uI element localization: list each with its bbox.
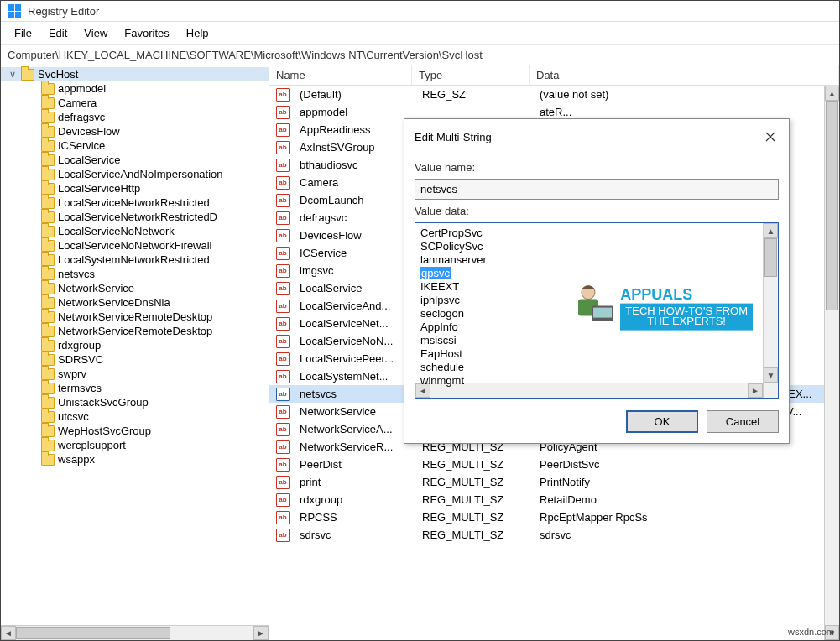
column-header-type[interactable]: Type: [412, 65, 530, 85]
folder-icon: [21, 69, 34, 81]
tree-node-label: LocalServiceHttp: [58, 182, 140, 195]
folder-icon: [41, 169, 55, 180]
folder-icon: [41, 154, 55, 166]
window-title: Registry Editor: [28, 5, 99, 18]
tree-node[interactable]: ICService: [1, 138, 269, 153]
list-row[interactable]: absdrsvcREG_MULTI_SZsdrsvc: [269, 526, 839, 544]
column-header-data[interactable]: Data: [530, 65, 839, 85]
list-vertical-scrollbar[interactable]: ▲ ▼: [824, 86, 839, 640]
cell-name: DcomLaunch: [293, 193, 415, 207]
list-row[interactable]: ab(Default)REG_SZ(value not set): [269, 86, 839, 103]
scroll-track[interactable]: [825, 101, 839, 625]
reg-value-icon: ab: [276, 405, 290, 419]
tree[interactable]: ∨SvcHostappmodelCameradefragsvcDevicesFl…: [1, 65, 269, 625]
value-name-input[interactable]: [415, 179, 779, 200]
tree-node[interactable]: LocalServiceNoNetwork: [1, 224, 269, 238]
scroll-thumb[interactable]: [826, 101, 838, 310]
tree-node-label: WepHostSvcGroup: [58, 425, 151, 437]
close-icon[interactable]: [757, 126, 784, 148]
tree-node[interactable]: SDRSVC: [1, 352, 269, 367]
tree-node-label: utcsvc: [58, 410, 89, 423]
reg-value-icon: ab: [276, 440, 290, 454]
folder-icon: [41, 183, 55, 195]
tree-node[interactable]: defragsvc: [1, 110, 269, 124]
dialog-title: Edit Multi-String: [415, 131, 492, 143]
reg-value-icon: ab: [276, 106, 290, 119]
menu-file[interactable]: File: [8, 25, 39, 41]
menu-favorites[interactable]: Favorites: [117, 25, 175, 41]
scroll-right-icon[interactable]: ►: [253, 626, 269, 640]
tree-node[interactable]: rdxgroup: [1, 338, 269, 352]
tree-horizontal-scrollbar[interactable]: ◄ ►: [1, 625, 269, 640]
tree-node[interactable]: NetworkService: [1, 281, 269, 295]
reg-value-icon: ab: [276, 476, 290, 489]
tree-node[interactable]: Camera: [1, 96, 269, 110]
cell-data: PeerDistSvc: [533, 457, 839, 472]
cell-name: DevicesFlow: [293, 228, 415, 242]
tree-node[interactable]: NetworkServiceRemoteDesktop: [1, 310, 269, 324]
list-row[interactable]: abrdxgroupREG_MULTI_SZRetailDemo: [269, 491, 839, 508]
menu-view[interactable]: View: [77, 25, 114, 41]
tree-node-label: defragsvc: [58, 111, 105, 123]
reg-value-icon: ab: [276, 229, 290, 242]
column-header-name[interactable]: Name: [269, 65, 412, 85]
reg-value-icon: ab: [276, 300, 290, 313]
tree-node-label: LocalSystemNetworkRestricted: [58, 253, 210, 266]
folder-icon: [41, 397, 55, 409]
ok-button[interactable]: OK: [626, 410, 698, 433]
cancel-button[interactable]: Cancel: [707, 410, 779, 433]
tree-node[interactable]: termsvcs: [1, 381, 269, 395]
cell-name: AxInstSVGroup: [293, 140, 415, 154]
cell-name: NetworkServiceA...: [293, 422, 415, 436]
tree-node[interactable]: LocalServiceNetworkRestrictedD: [1, 210, 269, 224]
tree-node[interactable]: NetworkServiceRemoteDesktop: [1, 324, 269, 338]
tree-node[interactable]: LocalServiceNetworkRestricted: [1, 195, 269, 210]
value-name-label: Value name:: [415, 161, 779, 174]
reg-value-icon: ab: [276, 159, 290, 172]
tree-node-label: SDRSVC: [58, 353, 103, 366]
tree-node[interactable]: LocalServiceAndNoImpersonation: [1, 167, 269, 181]
scroll-track[interactable]: [16, 626, 253, 640]
tree-node[interactable]: wercplsupport: [1, 438, 269, 452]
tree-node-label: wercplsupport: [58, 439, 126, 451]
tree-node[interactable]: LocalService: [1, 153, 269, 167]
tree-node-label: LocalService: [58, 154, 120, 166]
tree-node[interactable]: NetworkServiceDnsNla: [1, 295, 269, 310]
tree-node[interactable]: wsappx: [1, 452, 269, 466]
tree-node-selected[interactable]: ∨SvcHost: [1, 67, 269, 81]
tree-node[interactable]: utcsvc: [1, 409, 269, 424]
list-row[interactable]: abPeerDistREG_MULTI_SZPeerDistSvc: [269, 456, 839, 473]
scroll-left-icon[interactable]: ◄: [1, 626, 16, 640]
chevron-down-icon[interactable]: ∨: [8, 69, 18, 80]
tree-node[interactable]: DevicesFlow: [1, 124, 269, 138]
tree-node[interactable]: swprv: [1, 367, 269, 381]
value-data-lines-before: CertPropSvc SCPolicySvc lanmanserver: [420, 227, 487, 266]
cell-type: REG_SZ: [415, 87, 533, 102]
scroll-up-icon[interactable]: ▲: [825, 86, 839, 101]
reg-value-icon: ab: [276, 423, 290, 436]
cell-name: ICService: [293, 246, 415, 260]
list-row[interactable]: abRPCSSREG_MULTI_SZRpcEptMapper RpcSs: [269, 508, 839, 526]
tree-node[interactable]: UnistackSvcGroup: [1, 395, 269, 409]
reg-value-icon: ab: [276, 247, 290, 260]
address-bar[interactable]: Computer\HKEY_LOCAL_MACHINE\SOFTWARE\Mic…: [1, 45, 839, 65]
cell-name: LocalServiceNoN...: [293, 334, 415, 348]
menu-help[interactable]: Help: [180, 25, 216, 41]
folder-icon: [41, 83, 55, 95]
menubar: File Edit View Favorites Help: [1, 22, 839, 45]
tree-node-label: wsappx: [58, 453, 95, 466]
tree-node-label: NetworkServiceDnsNla: [58, 296, 170, 309]
tree-node[interactable]: appmodel: [1, 81, 269, 96]
list-row[interactable]: abprintREG_MULTI_SZPrintNotify: [269, 473, 839, 491]
tree-node[interactable]: LocalServiceHttp: [1, 181, 269, 195]
value-data-textarea[interactable]: CertPropSvc SCPolicySvc lanmanserver gps…: [415, 222, 779, 399]
folder-icon: [41, 454, 55, 466]
dialog-buttons: OK Cancel: [415, 410, 779, 433]
tree-node-label: NetworkServiceRemoteDesktop: [58, 310, 212, 323]
scroll-thumb[interactable]: [16, 627, 170, 639]
tree-node[interactable]: LocalSystemNetworkRestricted: [1, 253, 269, 267]
tree-node[interactable]: netsvcs: [1, 267, 269, 281]
menu-edit[interactable]: Edit: [42, 25, 74, 41]
tree-node[interactable]: WepHostSvcGroup: [1, 424, 269, 438]
tree-node[interactable]: LocalServiceNoNetworkFirewall: [1, 238, 269, 253]
